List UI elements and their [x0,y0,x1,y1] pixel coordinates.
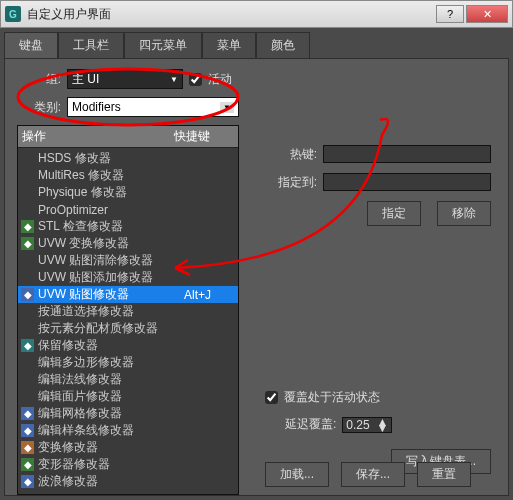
hotkey-label: 热键: [265,146,317,163]
list-item[interactable]: UVW 贴图添加修改器 [18,269,238,286]
list-item[interactable]: ProOptimizer [18,201,238,218]
list-item[interactable]: Physique 修改器 [18,184,238,201]
delay-spinner[interactable]: 0.25 ▲▼ [342,417,392,433]
list-item[interactable]: ◆编辑样条线修改器 [18,422,238,439]
list-item[interactable]: 按通道选择修改器 [18,303,238,320]
list-item[interactable]: ◆UVW 变换修改器 [18,235,238,252]
modifier-icon: ◆ [21,339,34,352]
window-title: 自定义用户界面 [27,6,436,23]
modifier-icon: ◆ [21,237,34,250]
modifier-icon: ◆ [21,288,34,301]
spinner-down-icon[interactable]: ▼ [376,425,388,431]
modifier-icon: ◆ [21,424,34,437]
list-item[interactable]: ◆变换修改器 [18,439,238,456]
list-item[interactable]: ◆UVW 贴图修改器Alt+J [18,286,238,303]
list-item[interactable]: 编辑面片修改器 [18,388,238,405]
group-label: 组: [17,71,61,88]
list-item[interactable]: UVW 贴图清除修改器 [18,252,238,269]
assigned-to-label: 指定到: [265,174,317,191]
list-item[interactable]: 编辑多边形修改器 [18,354,238,371]
save-button[interactable]: 保存... [341,462,405,487]
modifier-icon: ◆ [21,220,34,233]
list-item[interactable]: HSDS 修改器 [18,150,238,167]
assigned-to-input[interactable] [323,173,491,191]
modifier-icon: ◆ [21,407,34,420]
remove-button[interactable]: 移除 [437,201,491,226]
list-item[interactable]: 编辑法线修改器 [18,371,238,388]
list-item[interactable]: 按元素分配材质修改器 [18,320,238,337]
group-dropdown[interactable]: 主 UI▼ [67,69,183,89]
active-label: 活动 [208,71,232,88]
action-list[interactable]: 操作 快捷键 HSDS 修改器MultiRes 修改器Physique 修改器P… [17,125,239,495]
list-item[interactable]: ◆保留修改器 [18,337,238,354]
list-item[interactable]: MultiRes 修改器 [18,167,238,184]
tab-quad[interactable]: 四元菜单 [124,32,202,58]
modifier-icon: ◆ [21,458,34,471]
tab-menu[interactable]: 菜单 [202,32,256,58]
hotkey-input[interactable] [323,145,491,163]
delay-label: 延迟覆盖: [285,416,336,433]
tab-toolbar[interactable]: 工具栏 [58,32,124,58]
titlebar: G 自定义用户界面 ? ✕ [0,0,513,28]
help-button[interactable]: ? [436,5,464,23]
reset-button[interactable]: 重置 [417,462,471,487]
override-checkbox[interactable] [265,391,278,404]
app-icon: G [5,6,21,22]
assign-button[interactable]: 指定 [367,201,421,226]
list-item[interactable]: ◆STL 检查修改器 [18,218,238,235]
active-checkbox[interactable] [189,73,202,86]
tab-color[interactable]: 颜色 [256,32,310,58]
load-button[interactable]: 加载... [265,462,329,487]
close-button[interactable]: ✕ [466,5,508,23]
modifier-icon: ◆ [21,475,34,488]
chevron-down-icon: ▼ [170,75,178,84]
tab-keyboard[interactable]: 键盘 [4,32,58,58]
list-header: 操作 快捷键 [18,126,238,148]
list-item[interactable]: ◆波浪修改器 [18,473,238,488]
modifier-icon: ◆ [21,441,34,454]
category-label: 类别: [17,99,61,116]
override-label: 覆盖处于活动状态 [284,389,380,406]
tabs: 键盘 工具栏 四元菜单 菜单 颜色 [0,28,513,58]
chevron-down-icon: ▼ [220,102,234,113]
list-item[interactable]: ◆编辑网格修改器 [18,405,238,422]
list-item[interactable]: ◆变形器修改器 [18,456,238,473]
category-dropdown[interactable]: Modifiers▼ [67,97,239,117]
